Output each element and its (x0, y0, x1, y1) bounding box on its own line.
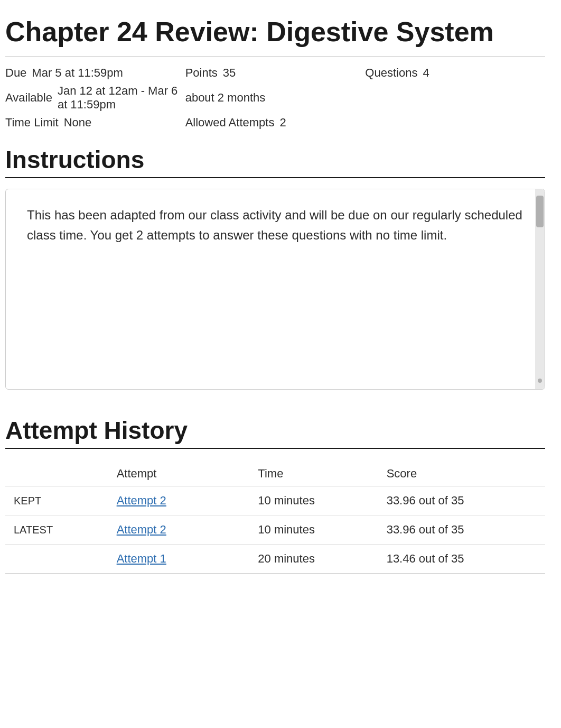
instructions-text: This has been adapted from our class act… (27, 205, 523, 246)
allowed-attempts-value: 2 (279, 116, 286, 130)
meta-empty-2 (365, 116, 545, 130)
instructions-heading: Instructions (5, 145, 545, 178)
attempt-history-heading: Attempt History (5, 416, 545, 449)
table-row: KEPTAttempt 210 minutes33.96 out of 35 (5, 486, 545, 515)
row-time: 20 minutes (249, 545, 378, 574)
attempt-history-table: Attempt Time Score KEPTAttempt 210 minut… (5, 462, 545, 574)
allowed-attempts-label: Allowed Attempts (185, 116, 275, 130)
meta-questions: Questions 4 (365, 66, 545, 80)
page-container: Chapter 24 Review: Digestive System Due … (0, 0, 561, 595)
attempt-link[interactable]: Attempt 2 (117, 523, 166, 536)
row-score: 13.46 out of 35 (378, 545, 545, 574)
page-title: Chapter 24 Review: Digestive System (5, 11, 545, 57)
col-header-time: Time (249, 462, 378, 486)
col-header-score: Score (378, 462, 545, 486)
meta-due: Due Mar 5 at 11:59pm (5, 66, 185, 80)
time-limit-value: None (64, 116, 92, 130)
available-value: Jan 12 at 12am - Mar 6 at 11:59pm (58, 84, 185, 112)
questions-value: 4 (423, 66, 429, 80)
scrollbar[interactable] (535, 189, 545, 389)
meta-empty-1 (365, 84, 545, 112)
col-header-empty (5, 462, 108, 486)
table-row: LATESTAttempt 210 minutes33.96 out of 35 (5, 515, 545, 545)
due-value: Mar 5 at 11:59pm (32, 66, 123, 80)
time-limit-label: Time Limit (5, 116, 59, 130)
row-attempt[interactable]: Attempt 2 (108, 486, 250, 515)
due-label: Due (5, 66, 26, 80)
table-row: Attempt 120 minutes13.46 out of 35 (5, 545, 545, 574)
row-time: 10 minutes (249, 486, 378, 515)
row-label (5, 545, 108, 574)
points-label: Points (185, 66, 218, 80)
row-label: KEPT (5, 486, 108, 515)
meta-points: Points 35 (185, 66, 366, 80)
available-duration-value: about 2 months (185, 91, 266, 105)
scrollbar-dot (538, 379, 542, 383)
table-header-row: Attempt Time Score (5, 462, 545, 486)
row-score: 33.96 out of 35 (378, 515, 545, 545)
questions-label: Questions (365, 66, 417, 80)
meta-allowed-attempts: Allowed Attempts 2 (185, 116, 366, 130)
row-time: 10 minutes (249, 515, 378, 545)
meta-grid: Due Mar 5 at 11:59pm Points 35 Questions… (5, 66, 545, 130)
points-value: 35 (223, 66, 236, 80)
meta-available: Available Jan 12 at 12am - Mar 6 at 11:5… (5, 84, 185, 112)
attempt-link[interactable]: Attempt 2 (117, 494, 166, 507)
meta-time-limit: Time Limit None (5, 116, 185, 130)
col-header-attempt: Attempt (108, 462, 250, 486)
row-score: 33.96 out of 35 (378, 486, 545, 515)
attempt-link[interactable]: Attempt 1 (117, 552, 166, 565)
available-label: Available (5, 91, 52, 105)
row-attempt[interactable]: Attempt 2 (108, 515, 250, 545)
scrollbar-thumb (536, 196, 544, 227)
meta-available-duration: about 2 months (185, 84, 366, 112)
row-label: LATEST (5, 515, 108, 545)
row-attempt[interactable]: Attempt 1 (108, 545, 250, 574)
instructions-box: This has been adapted from our class act… (5, 189, 545, 390)
